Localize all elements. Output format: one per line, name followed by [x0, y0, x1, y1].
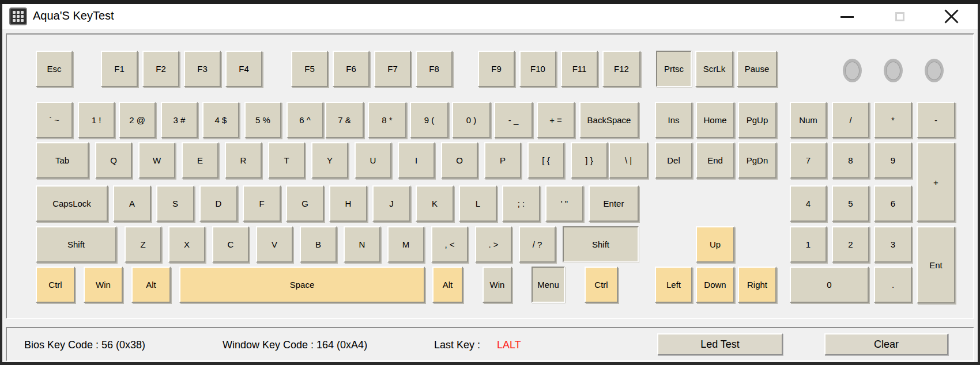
key-f[interactable]: F — [243, 185, 281, 222]
close-button[interactable] — [942, 7, 962, 26]
key-right-arrow[interactable]: Right — [738, 267, 777, 303]
key-left-ctrl[interactable]: Ctrl — [36, 267, 75, 303]
key-w[interactable]: W — [138, 142, 175, 178]
key-page-down[interactable]: PgDn — [738, 142, 777, 178]
key-f3[interactable]: F3 — [184, 51, 221, 87]
key-2[interactable]: 2 @ — [119, 102, 156, 138]
key-insert[interactable]: Ins — [655, 102, 692, 138]
led-test-button[interactable]: Led Test — [657, 333, 783, 355]
maximize-button[interactable] — [890, 7, 910, 26]
key-4[interactable]: 4 $ — [202, 102, 239, 138]
key-f12[interactable]: F12 — [602, 51, 640, 87]
key-k[interactable]: K — [416, 185, 454, 222]
key-f5[interactable]: F5 — [291, 51, 328, 87]
key-1[interactable]: 1 ! — [78, 102, 115, 138]
key-home[interactable]: Home — [696, 102, 734, 138]
key-numpad-decimal[interactable]: . — [874, 267, 912, 303]
key-v[interactable]: V — [256, 226, 293, 263]
key-numpad-divide[interactable]: / — [832, 102, 869, 138]
key-g[interactable]: G — [286, 185, 324, 222]
key-f10[interactable]: F10 — [519, 51, 556, 87]
key-y[interactable]: Y — [311, 142, 348, 178]
key-left-alt[interactable]: Alt — [131, 267, 171, 303]
key-f1[interactable]: F1 — [101, 51, 138, 87]
key-slash[interactable]: / ? — [519, 226, 556, 263]
key-m[interactable]: M — [387, 226, 424, 263]
key-e[interactable]: E — [182, 142, 218, 178]
key-3[interactable]: 3 # — [161, 102, 198, 138]
key-left-shift[interactable]: Shift — [36, 226, 116, 263]
key-numpad-7[interactable]: 7 — [790, 142, 827, 178]
key-r[interactable]: R — [225, 142, 262, 178]
key-semicolon[interactable]: ; : — [502, 185, 540, 222]
key-o[interactable]: O — [441, 142, 478, 178]
key-backspace[interactable]: BackSpace — [579, 102, 639, 138]
key-numpad-4[interactable]: 4 — [790, 185, 827, 222]
key-f6[interactable]: F6 — [333, 51, 370, 87]
key-numpad-add[interactable]: + — [917, 142, 955, 222]
key-caps-lock[interactable]: CapsLock — [36, 185, 108, 222]
key-pause[interactable]: Pause — [737, 51, 777, 87]
key-right-shift[interactable]: Shift — [563, 226, 639, 263]
key-num-lock[interactable]: Num — [790, 102, 827, 138]
key-backslash[interactable]: \ | — [609, 142, 648, 178]
clear-button[interactable]: Clear — [824, 333, 948, 355]
key-numpad-6[interactable]: 6 — [874, 185, 912, 222]
key-right-bracket[interactable]: ] } — [571, 142, 608, 178]
key-h[interactable]: H — [329, 185, 367, 222]
key-right-alt[interactable]: Alt — [432, 267, 463, 303]
key-6[interactable]: 6 ^ — [287, 102, 323, 138]
key-z[interactable]: Z — [125, 226, 161, 263]
key-f7[interactable]: F7 — [374, 51, 411, 87]
key-down-arrow[interactable]: Down — [696, 267, 734, 303]
key-numpad-3[interactable]: 3 — [874, 226, 912, 263]
key-equals[interactable]: + = — [537, 102, 575, 138]
key-9[interactable]: 9 ( — [410, 102, 448, 138]
key-a[interactable]: A — [113, 185, 151, 222]
key-numpad-1[interactable]: 1 — [790, 226, 827, 263]
key-esc[interactable]: Esc — [36, 51, 73, 87]
key-numpad-5[interactable]: 5 — [832, 185, 869, 222]
key-numpad-multiply[interactable]: * — [874, 102, 912, 138]
key-scroll-lock[interactable]: ScrLk — [695, 51, 733, 87]
key-right-win[interactable]: Win — [483, 267, 512, 303]
key-enter[interactable]: Enter — [589, 185, 639, 222]
key-left-bracket[interactable]: [ { — [527, 142, 564, 178]
key-f2[interactable]: F2 — [142, 51, 179, 87]
key-f9[interactable]: F9 — [478, 51, 515, 87]
key-right-ctrl[interactable]: Ctrl — [585, 267, 618, 303]
key-l[interactable]: L — [459, 185, 497, 222]
key-7[interactable]: 7 & — [325, 102, 364, 138]
key-8[interactable]: 8 * — [368, 102, 406, 138]
key-x[interactable]: X — [168, 226, 205, 263]
key-numpad-0[interactable]: 0 — [790, 267, 869, 303]
key-c[interactable]: C — [212, 226, 249, 263]
key-0[interactable]: 0 ) — [452, 102, 491, 138]
key-p[interactable]: P — [484, 142, 521, 178]
key-f11[interactable]: F11 — [561, 51, 598, 87]
key-i[interactable]: I — [398, 142, 435, 178]
key-delete[interactable]: Del — [655, 142, 692, 178]
key-up-arrow[interactable]: Up — [696, 226, 734, 263]
key-grave[interactable]: ` ~ — [36, 102, 73, 138]
key-d[interactable]: D — [199, 185, 238, 222]
key-tab[interactable]: Tab — [36, 142, 89, 178]
key-f4[interactable]: F4 — [225, 51, 262, 87]
key-menu[interactable]: Menu — [532, 267, 565, 303]
key-page-up[interactable]: PgUp — [738, 102, 777, 138]
key-numpad-2[interactable]: 2 — [832, 226, 869, 263]
key-minus[interactable]: - _ — [494, 102, 533, 138]
key-left-arrow[interactable]: Left — [655, 267, 692, 303]
key-comma[interactable]: , < — [431, 226, 468, 263]
key-5[interactable]: 5 % — [244, 102, 281, 138]
key-t[interactable]: T — [268, 142, 305, 178]
key-f8[interactable]: F8 — [416, 51, 453, 87]
key-numpad-enter[interactable]: Ent — [917, 226, 955, 303]
key-numpad-9[interactable]: 9 — [874, 142, 912, 178]
key-space[interactable]: Space — [179, 267, 425, 303]
minimize-button[interactable] — [837, 7, 857, 26]
key-period[interactable]: . > — [475, 226, 512, 263]
key-numpad-8[interactable]: 8 — [832, 142, 869, 178]
key-u[interactable]: U — [355, 142, 391, 178]
key-s[interactable]: S — [156, 185, 194, 222]
